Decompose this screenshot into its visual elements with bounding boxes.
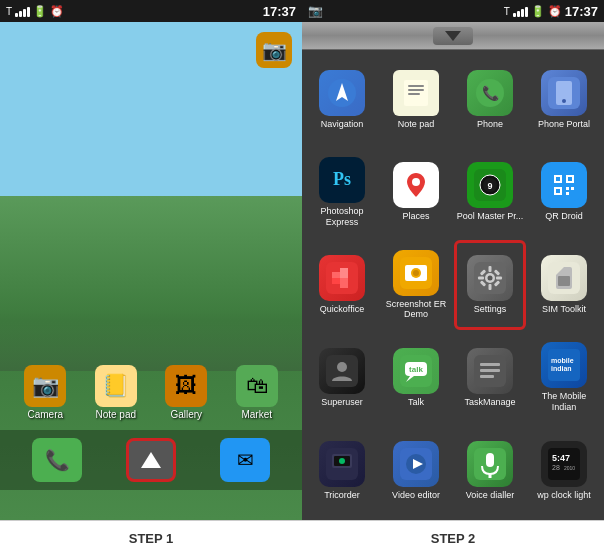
mobile-indian-icon: mobile indian	[541, 342, 587, 388]
home-icon-gallery[interactable]: 🖼 Gallery	[165, 365, 207, 420]
network-icon-right: T	[504, 6, 510, 17]
phone-dock-button[interactable]: 📞	[32, 438, 82, 482]
screenshot-icon	[393, 250, 439, 296]
phone-portal-icon	[541, 70, 587, 116]
svg-rect-25	[571, 187, 574, 190]
steps-bar: STEP 1 STEP 2	[0, 520, 604, 556]
network-icon: T	[6, 6, 12, 17]
app-sim[interactable]: SIM Toolkit	[528, 240, 600, 331]
app-quickoffice[interactable]: Quickoffice	[306, 240, 378, 331]
svg-rect-24	[566, 187, 569, 190]
app-navigation[interactable]: Navigation	[306, 54, 378, 145]
svg-rect-21	[556, 177, 560, 181]
app-voice[interactable]: Voice dialler	[454, 425, 526, 516]
photoshop-icon: Ps	[319, 157, 365, 203]
phone-icon: 📞	[467, 70, 513, 116]
notepad-icon	[393, 70, 439, 116]
app-screenshot[interactable]: Screenshot ER Demo	[380, 240, 452, 331]
app-taskmanage[interactable]: TaskManage	[454, 332, 526, 423]
email-dock-button[interactable]: ✉	[220, 438, 270, 482]
talk-icon: talk	[393, 348, 439, 394]
svg-point-52	[337, 362, 347, 372]
svg-rect-31	[340, 278, 348, 288]
svg-rect-3	[408, 85, 424, 87]
svg-rect-59	[480, 369, 500, 372]
home-icon-notepad[interactable]: 📒 Note pad	[95, 365, 137, 420]
right-status-left: 📷	[308, 4, 323, 18]
app-superuser[interactable]: Superuser	[306, 332, 378, 423]
svg-rect-5	[408, 93, 420, 95]
svg-point-10	[562, 99, 566, 103]
quickoffice-icon	[319, 255, 365, 301]
step-2-label: STEP 2	[302, 521, 604, 556]
wp-clock-icon: 5:47 28 2010	[541, 441, 587, 487]
app-notepad[interactable]: Note pad	[380, 54, 452, 145]
video-icon	[393, 441, 439, 487]
tricorder-icon	[319, 441, 365, 487]
signal-bars	[15, 5, 30, 17]
app-mobile-indian[interactable]: mobile indian The Mobile Indian	[528, 332, 600, 423]
app-settings[interactable]: Settings	[454, 240, 526, 331]
app-phone-portal[interactable]: Phone Portal	[528, 54, 600, 145]
places-icon	[393, 162, 439, 208]
phone-screen-right: 📷 T 🔋 ⏰ 17:37	[302, 0, 604, 520]
clock-icon: ⏰	[50, 5, 64, 18]
superuser-icon	[319, 348, 365, 394]
svg-rect-60	[480, 375, 494, 378]
svg-rect-4	[408, 89, 424, 91]
app-tricorder[interactable]: Tricorder	[306, 425, 378, 516]
svg-rect-72	[486, 453, 494, 467]
svg-rect-40	[489, 284, 492, 290]
status-bar-right: 📷 T 🔋 ⏰ 17:37	[302, 0, 604, 22]
dock-bar: 📞 ✉	[0, 430, 302, 490]
status-icons-left: T 🔋 ⏰	[6, 5, 64, 18]
svg-rect-39	[489, 266, 492, 272]
signal-bars-right	[513, 5, 528, 17]
app-video[interactable]: Video editor	[380, 425, 452, 516]
svg-rect-50	[558, 276, 570, 286]
app-wp-clock[interactable]: 5:47 28 2010 wp clock light	[528, 425, 600, 516]
app-phone[interactable]: 📞 Phone	[454, 54, 526, 145]
alarm-icon-right: ⏰	[548, 5, 562, 18]
svg-text:mobile: mobile	[551, 357, 574, 364]
app-photoshop[interactable]: Ps Photoshop Express	[306, 147, 378, 238]
status-time-right: 17:37	[565, 4, 598, 19]
app-qr[interactable]: QR Droid	[528, 147, 600, 238]
voice-icon	[467, 441, 513, 487]
svg-text:28: 28	[552, 464, 560, 471]
taskmanage-icon	[467, 348, 513, 394]
app-places[interactable]: Places	[380, 147, 452, 238]
battery-icon-right: 🔋	[531, 5, 545, 18]
launcher-dock-button[interactable]	[126, 438, 176, 482]
svg-text:2010: 2010	[564, 465, 575, 471]
navigation-icon	[319, 70, 365, 116]
sim-icon	[541, 255, 587, 301]
svg-rect-41	[478, 277, 484, 280]
svg-text:indian: indian	[551, 365, 572, 372]
app-pool[interactable]: 9 Pool Master Pr...	[454, 147, 526, 238]
app-grid: Navigation Note pad 📞	[302, 50, 604, 520]
home-icon-market[interactable]: 🛍 Market	[236, 365, 278, 420]
status-bar-left: T 🔋 ⏰ 17:37	[0, 0, 302, 22]
drawer-handle-inner	[433, 27, 473, 45]
svg-point-12	[412, 178, 420, 186]
pool-icon: 9	[467, 162, 513, 208]
step-1-label: STEP 1	[0, 521, 302, 556]
wallpaper-camera-icon: 📷	[256, 32, 292, 68]
svg-point-38	[488, 276, 493, 281]
home-icons-row: 📷 Camera 📒 Note pad 🖼 Gallery 🛍 Market	[0, 365, 302, 420]
down-arrow-icon	[445, 31, 461, 41]
app-talk[interactable]: talk Talk	[380, 332, 452, 423]
camera-status-icon: 📷	[308, 4, 323, 18]
svg-text:talk: talk	[409, 365, 423, 374]
svg-text:📞: 📞	[482, 85, 500, 102]
svg-rect-22	[568, 177, 572, 181]
status-time-left: 17:37	[263, 4, 296, 19]
drawer-handle[interactable]	[302, 22, 604, 50]
svg-rect-26	[566, 192, 569, 195]
svg-rect-73	[489, 474, 492, 478]
svg-rect-30	[332, 278, 340, 284]
home-icon-camera[interactable]: 📷 Camera	[24, 365, 66, 420]
svg-point-67	[339, 458, 345, 464]
svg-rect-28	[332, 272, 340, 278]
